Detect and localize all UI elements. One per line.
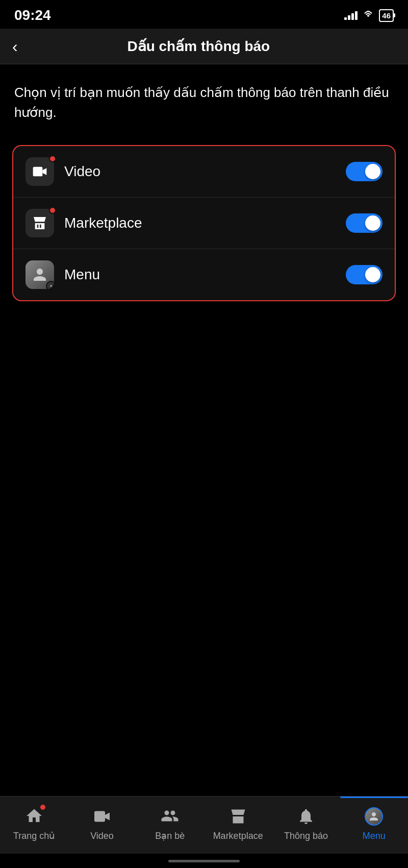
description-text: Chọn vị trí bạn muốn thấy dấu chấm thông… — [14, 83, 394, 123]
marketplace-icon-wrapper — [26, 209, 54, 237]
nav-label-video: Video — [90, 831, 114, 841]
toggle-item-video: Video — [13, 146, 395, 198]
marketplace-toggle-knob — [365, 215, 380, 231]
menu-toggle[interactable] — [346, 265, 382, 284]
video-icon — [32, 163, 48, 180]
menu-avatar-badge — [46, 281, 54, 289]
nav-item-notifications[interactable]: Thông báo — [272, 803, 340, 843]
video-label: Video — [64, 163, 336, 180]
nav-video-icon-wrapper — [91, 805, 113, 828]
nav-label-home: Trang chủ — [13, 830, 55, 841]
marketplace-toggle[interactable] — [346, 213, 382, 233]
home-notif-dot — [39, 804, 46, 811]
wifi-icon — [363, 10, 374, 21]
status-time: 09:24 — [14, 7, 51, 23]
bottom-nav: Trang chủ Video Bạn bè Marketplace — [0, 796, 408, 854]
home-icon-wrapper — [23, 805, 45, 827]
svg-rect-3 — [94, 811, 105, 822]
nav-item-marketplace[interactable]: Marketplace — [204, 803, 272, 843]
friends-icon-wrapper — [159, 805, 181, 827]
nav-label-menu: Menu — [363, 831, 386, 841]
nav-menu-avatar-wrapper — [363, 805, 385, 828]
page-title: Dấu chấm thông báo — [28, 38, 369, 55]
nav-active-indicator — [340, 797, 408, 798]
bell-icon — [297, 807, 315, 826]
menu-avatar-icon — [26, 260, 54, 289]
back-button[interactable]: ‹ — [12, 38, 18, 55]
toggle-item-menu: Menu — [13, 249, 395, 300]
nav-label-notifications: Thông báo — [284, 831, 328, 841]
menu-label: Menu — [64, 267, 336, 283]
video-notif-dot — [49, 155, 56, 162]
nav-item-menu[interactable]: Menu — [340, 803, 408, 843]
notifications-icon-wrapper — [295, 805, 317, 828]
home-indicator — [0, 854, 408, 868]
main-content — [0, 309, 408, 796]
status-bar: 09:24 46 — [0, 0, 408, 29]
nav-video-icon — [93, 807, 111, 826]
toggle-list: Video Marketplace — [12, 145, 396, 301]
toggle-item-marketplace: Marketplace — [13, 198, 395, 249]
friends-icon — [161, 807, 179, 825]
home-bar — [168, 860, 240, 862]
video-toggle-knob — [365, 164, 380, 179]
marketplace-icon — [32, 215, 48, 231]
header: ‹ Dấu chấm thông báo — [0, 29, 408, 64]
status-icons: 46 — [344, 9, 394, 22]
menu-toggle-knob — [365, 267, 380, 282]
nav-menu-avatar — [365, 807, 383, 826]
marketplace-notif-dot — [49, 207, 56, 214]
description-section: Chọn vị trí bạn muốn thấy dấu chấm thông… — [0, 64, 408, 137]
nav-marketplace-icon — [229, 807, 247, 826]
video-toggle[interactable] — [346, 162, 382, 181]
nav-item-friends[interactable]: Bạn bè — [136, 803, 204, 843]
signal-icon — [344, 11, 358, 20]
svg-marker-4 — [105, 812, 110, 820]
svg-marker-1 — [42, 168, 46, 175]
nav-label-friends: Bạn bè — [155, 830, 185, 841]
svg-rect-0 — [33, 167, 43, 177]
marketplace-label: Marketplace — [64, 215, 336, 231]
nav-marketplace-icon-wrapper — [227, 805, 249, 828]
nav-label-marketplace: Marketplace — [213, 831, 263, 841]
nav-item-video[interactable]: Video — [68, 803, 136, 843]
video-icon-wrapper — [26, 157, 54, 186]
battery-icon: 46 — [379, 9, 394, 22]
nav-item-home[interactable]: Trang chủ — [0, 803, 68, 843]
